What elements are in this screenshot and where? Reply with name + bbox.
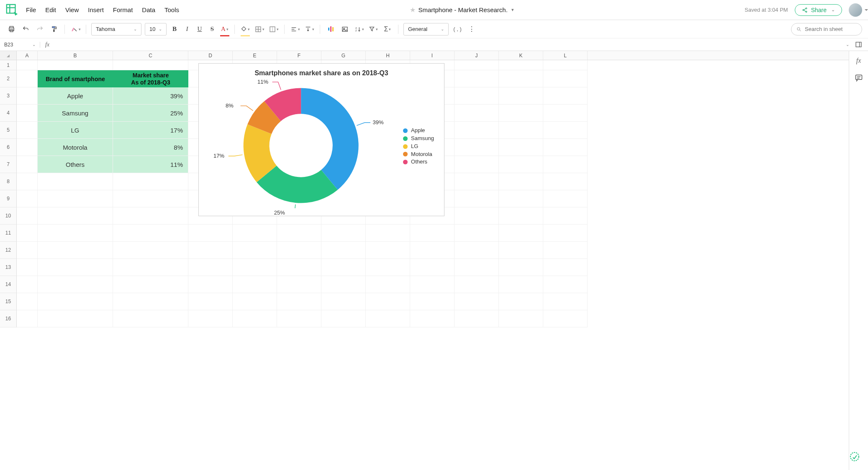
document-title-text: Smartphone - Market Research. (418, 6, 507, 13)
table-header-share[interactable]: Market share As of 2018-Q3 (113, 70, 188, 87)
col-header[interactable]: G (321, 51, 366, 60)
row-header[interactable]: 2 (0, 70, 17, 87)
sidebar-toggle-icon[interactable] (855, 41, 862, 48)
legend-swatch (403, 152, 408, 156)
table-cell-brand[interactable]: Others (38, 156, 113, 173)
col-header[interactable]: B (38, 51, 113, 60)
redo-icon[interactable] (34, 23, 45, 35)
row-header[interactable]: 4 (0, 105, 17, 122)
row-header[interactable]: 13 (0, 259, 17, 276)
col-header[interactable]: H (366, 51, 410, 60)
svg-rect-27 (856, 42, 861, 47)
spreadsheet-grid[interactable]: ◢ A B C D E F G H I J K L 1 2 Brand of s (0, 51, 849, 470)
comments-icon[interactable] (855, 74, 863, 82)
row-header[interactable]: 7 (0, 156, 17, 173)
filter-icon[interactable]: ▾ (368, 23, 379, 35)
legend-swatch (403, 128, 408, 133)
clear-format-icon[interactable]: ▾ (70, 23, 81, 35)
legend-swatch (403, 136, 408, 141)
row-header[interactable]: 11 (0, 225, 17, 242)
table-header-brand[interactable]: Brand of smartphone (38, 70, 113, 87)
print-icon[interactable] (6, 23, 17, 35)
parentheses-icon[interactable]: ( , ) (452, 23, 463, 35)
row-header[interactable]: 8 (0, 173, 17, 190)
table-cell-brand[interactable]: Samsung (38, 105, 113, 122)
table-cell-share[interactable]: 25% (113, 105, 188, 122)
svg-rect-29 (855, 75, 862, 79)
table-cell-share[interactable]: 11% (113, 156, 188, 173)
row-header[interactable]: 15 (0, 293, 17, 310)
svg-text:Z: Z (355, 29, 357, 32)
document-title[interactable]: ★ Smartphone - Market Research. ▾ (179, 6, 745, 14)
menu-edit[interactable]: Edit (45, 6, 56, 13)
row-header[interactable]: 5 (0, 122, 17, 139)
table-cell-share[interactable]: 17% (113, 122, 188, 139)
table-cell-brand[interactable]: LG (38, 122, 113, 139)
assistant-icon[interactable] (848, 450, 861, 463)
text-color-button[interactable]: A▾ (220, 23, 229, 35)
legend-swatch (403, 160, 408, 164)
table-cell-share[interactable]: 8% (113, 139, 188, 156)
sort-button[interactable]: AZ▾ (354, 23, 365, 35)
insert-image-icon[interactable] (339, 23, 350, 35)
legend-label: Motorola (411, 151, 432, 158)
row-header[interactable]: 16 (0, 310, 17, 327)
col-header[interactable]: I (410, 51, 455, 60)
table-cell-share[interactable]: 39% (113, 87, 188, 105)
number-format-select[interactable]: General ⌄ (403, 23, 449, 36)
insert-chart-icon[interactable] (325, 23, 336, 35)
font-family-select[interactable]: Tahoma ⌄ (91, 23, 141, 36)
horizontal-align-button[interactable]: ▾ (290, 23, 300, 35)
header-right: Saved at 3:04 PM Share ⌄ (745, 3, 862, 17)
menu-insert[interactable]: Insert (88, 6, 104, 13)
chevron-down-icon[interactable]: ▾ (511, 7, 514, 13)
share-icon (802, 7, 808, 13)
name-box[interactable]: B23 ⌄ (0, 42, 40, 48)
paint-format-icon[interactable] (49, 23, 59, 35)
select-all-corner[interactable]: ◢ (0, 51, 17, 60)
row-header[interactable]: 1 (0, 60, 17, 70)
chevron-down-icon[interactable]: ⌄ (846, 42, 849, 47)
menu-view[interactable]: View (65, 6, 79, 13)
font-size-select[interactable]: 10 ⌄ (145, 23, 167, 36)
col-header[interactable]: L (543, 51, 588, 60)
col-header[interactable]: D (188, 51, 233, 60)
merge-cells-button[interactable]: ▾ (268, 23, 279, 35)
sheet-search-input[interactable] (805, 26, 857, 32)
user-avatar[interactable] (849, 3, 862, 17)
functions-icon[interactable]: Σ▾ (382, 23, 393, 35)
row-header[interactable]: 9 (0, 190, 17, 207)
col-header[interactable]: K (499, 51, 543, 60)
row-header[interactable]: 14 (0, 276, 17, 293)
row-header[interactable]: 10 (0, 207, 17, 225)
menu-format[interactable]: Format (113, 6, 133, 13)
bold-button[interactable]: B (170, 23, 179, 35)
undo-icon[interactable] (20, 23, 31, 35)
menu-tools[interactable]: Tools (164, 6, 179, 13)
fx-panel-icon[interactable]: fx (856, 57, 861, 64)
sheet-search[interactable] (791, 23, 862, 36)
col-header[interactable]: A (17, 51, 38, 60)
col-header[interactable]: E (233, 51, 277, 60)
share-button[interactable]: Share ⌄ (795, 4, 842, 16)
menu-data[interactable]: Data (142, 6, 155, 13)
row-header[interactable]: 6 (0, 139, 17, 156)
row-header[interactable]: 3 (0, 87, 17, 105)
more-options-icon[interactable]: ⋮ (466, 23, 477, 35)
fill-color-button[interactable]: ▾ (240, 23, 251, 35)
table-cell-brand[interactable]: Motorola (38, 139, 113, 156)
borders-button[interactable]: ▾ (254, 23, 265, 35)
donut-chart[interactable]: Smartphones market share as on 2018-Q3 A… (198, 63, 444, 216)
col-header[interactable]: C (113, 51, 188, 60)
italic-button[interactable]: I (182, 23, 192, 35)
table-cell-brand[interactable]: Apple (38, 87, 113, 105)
strikethrough-button[interactable]: S (208, 23, 217, 35)
chevron-down-icon: ⌄ (441, 27, 444, 31)
star-icon[interactable]: ★ (410, 6, 416, 14)
row-header[interactable]: 12 (0, 242, 17, 259)
menu-file[interactable]: File (26, 6, 36, 13)
underline-button[interactable]: U (195, 23, 204, 35)
col-header[interactable]: J (455, 51, 499, 60)
col-header[interactable]: F (277, 51, 321, 60)
vertical-align-button[interactable]: ▾ (304, 23, 315, 35)
